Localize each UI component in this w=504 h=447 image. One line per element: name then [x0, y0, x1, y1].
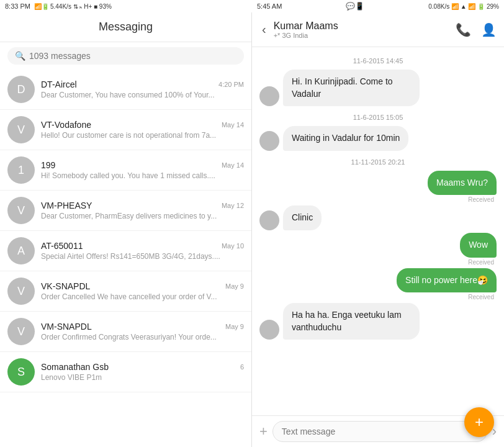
list-item[interactable]: V VK-SNAPDL May 9 Order Cancelled We hav… — [0, 271, 251, 312]
message-content: VK-SNAPDL May 9 Order Cancelled We have … — [41, 281, 244, 301]
outgoing-bubble: Wow — [460, 233, 497, 258]
bubble-row: Maams Wru? Received — [259, 171, 497, 204]
message-time: May 9 — [225, 323, 244, 330]
message-sender: Somanathan Gsb — [41, 362, 109, 372]
message-content: VT-Vodafone May 14 Hello! Our customer c… — [41, 120, 244, 140]
message-sender: VM-PHEASY — [41, 201, 92, 210]
outgoing-bubble: Maams Wru? — [428, 171, 497, 196]
message-sender: VK-SNAPDL — [41, 281, 90, 291]
date-label: 11-11-2015 20:21 — [259, 158, 497, 166]
message-preview: Dear Customer, PharmEasy delivers medici… — [41, 212, 244, 220]
avatar: 1 — [7, 156, 35, 184]
search-bar[interactable]: 🔍 — [7, 47, 244, 65]
avatar: V — [7, 318, 35, 345]
message-content: 199 May 14 Hi! Somebody called you. You … — [41, 160, 244, 180]
right-status-bar: Kumar Maams 5:45 AM 💬📱 0.08K/s 📶 ▲ 📶 🔋 2… — [252, 0, 504, 12]
incoming-bubble: Ha ha ha. Enga veetuku lam vanthuduchu — [283, 303, 420, 340]
right-network-icons: 0.08K/s 📶 ▲ 📶 🔋 29% — [428, 3, 499, 10]
message-input[interactable] — [272, 421, 487, 442]
call-button[interactable]: 📞 — [456, 22, 471, 37]
message-time: May 12 — [222, 202, 244, 209]
list-item[interactable]: A AT-650011 May 10 Special Airtel Offers… — [0, 231, 251, 271]
list-item[interactable]: V VM-PHEASY May 12 Dear Customer, PharmE… — [0, 191, 251, 231]
message-time: 4:20 PM — [218, 81, 244, 88]
incoming-bubble: Waiting in Vadalur for 10min — [283, 126, 408, 151]
message-time: May 14 — [222, 161, 244, 169]
message-content: Somanathan Gsb 6 Lenovo VIBE P1m — [41, 362, 244, 382]
message-time: May 14 — [222, 121, 244, 129]
message-time: May 9 — [225, 282, 244, 290]
chat-area: 11-6-2015 14:45 Hi. In Kurinjipadi. Come… — [252, 47, 504, 415]
back-button[interactable]: ‹ — [259, 20, 269, 39]
message-time: 6 — [240, 363, 244, 371]
bubble-row: Still no power here🤧 Received — [259, 268, 497, 301]
list-item[interactable]: 1 199 May 14 Hi! Somebody called you. Yo… — [0, 150, 251, 191]
messaging-header: Messaging — [0, 12, 251, 42]
contact-sub: +* 3G India — [274, 32, 451, 39]
avatar: A — [7, 237, 35, 264]
message-content: VM-PHEASY May 12 Dear Customer, PharmEas… — [41, 201, 244, 220]
message-content: DT-Aircel 4:20 PM Dear Customer, You hav… — [41, 79, 244, 99]
message-preview: Order Cancelled We have cancelled your o… — [41, 292, 244, 301]
avatar: V — [7, 197, 35, 224]
bubble-row: Clinic — [259, 205, 497, 230]
search-icon: 🔍 — [15, 51, 25, 61]
avatar: S — [7, 358, 35, 386]
search-input[interactable] — [29, 51, 236, 61]
bubble-row: Wow Received — [259, 233, 497, 266]
received-label: Received — [468, 196, 494, 203]
outgoing-bubble-container: Still no power here🤧 Received — [397, 268, 497, 301]
avatar: V — [7, 278, 35, 305]
avatar — [259, 320, 279, 340]
message-sender: DT-Aircel — [41, 79, 77, 89]
attach-button[interactable]: + — [259, 423, 268, 440]
left-status-bar: 8:33 PM 📶🔋 5.44K/s ⇅ ₕ H+ ■ 93% — [0, 0, 252, 12]
date-label: 11-6-2015 14:45 — [259, 57, 497, 65]
bubble-row: Ha ha ha. Enga veetuku lam vanthuduchu — [259, 303, 497, 340]
message-preview: Special Airtel Offers! Rs141=650MB 3G/4G… — [41, 252, 244, 261]
outgoing-bubble: Still no power here🤧 — [397, 268, 497, 293]
message-content: AT-650011 May 10 Special Airtel Offers! … — [41, 241, 244, 261]
header-actions: 📞 👤 — [456, 22, 497, 37]
avatar: D — [7, 76, 35, 103]
left-icons: 📶🔋 — [34, 3, 49, 10]
outgoing-bubble-container: Maams Wru? Received — [428, 171, 497, 204]
messaging-title: Messaging — [99, 20, 153, 34]
incoming-bubble: Clinic — [283, 205, 322, 230]
received-label: Received — [468, 294, 494, 300]
message-preview: Dear Customer, You have consumed 100% of… — [41, 91, 244, 99]
compose-button[interactable]: + — [464, 407, 494, 437]
avatar — [259, 210, 279, 230]
messaging-panel: Messaging 🔍 D DT-Aircel 4:20 PM Dear Cus… — [0, 12, 252, 447]
outgoing-bubble-container: Wow Received — [460, 233, 497, 266]
bubble-row: Waiting in Vadalur for 10min — [259, 126, 497, 151]
right-app-icons: 💬📱 — [346, 2, 364, 11]
avatar — [259, 86, 279, 106]
chat-panel: ‹ Kumar Maams +* 3G India 📞 👤 11-6-2015 … — [252, 12, 504, 447]
list-item[interactable]: V VM-SNAPDL May 9 Order Confirmed Congra… — [0, 312, 251, 352]
message-sender: VM-SNAPDL — [41, 322, 92, 332]
contact-info: Kumar Maams +* 3G India — [274, 20, 451, 39]
left-time: 8:33 PM — [5, 2, 30, 10]
avatar — [259, 131, 279, 151]
chat-header: ‹ Kumar Maams +* 3G India 📞 👤 — [252, 12, 504, 47]
message-preview: Order Confirmed Congrats Veerasuriyan! Y… — [41, 333, 244, 341]
message-time: May 10 — [222, 242, 244, 250]
list-item[interactable]: S Somanathan Gsb 6 Lenovo VIBE P1m — [0, 352, 251, 392]
message-preview: Lenovo VIBE P1m — [41, 373, 244, 382]
message-sender: 199 — [41, 160, 55, 170]
avatar: V — [7, 116, 35, 143]
message-preview: Hello! Our customer care is not operatio… — [41, 131, 244, 140]
message-sender: AT-650011 — [41, 241, 83, 251]
message-content: VM-SNAPDL May 9 Order Confirmed Congrats… — [41, 322, 244, 341]
right-time-display: 5:45 AM — [257, 2, 282, 10]
list-item[interactable]: D DT-Aircel 4:20 PM Dear Customer, You h… — [0, 70, 251, 110]
messages-list: D DT-Aircel 4:20 PM Dear Customer, You h… — [0, 70, 251, 447]
contact-button[interactable]: 👤 — [481, 22, 497, 37]
message-preview: Hi! Somebody called you. You have 1 miss… — [41, 171, 244, 180]
date-label: 11-6-2015 15:05 — [259, 114, 497, 121]
incoming-bubble: Hi. In Kurinjipadi. Come to Vadalur — [283, 70, 420, 106]
list-item[interactable]: V VT-Vodafone May 14 Hello! Our customer… — [0, 110, 251, 150]
message-sender: VT-Vodafone — [41, 120, 91, 130]
received-label: Received — [468, 259, 494, 266]
